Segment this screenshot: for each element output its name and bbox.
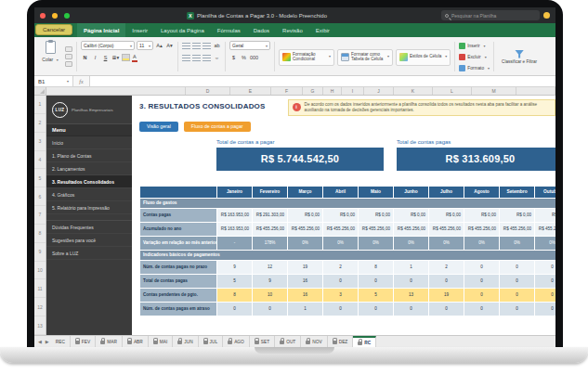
sidebar-item-4-graficos[interactable]: 4. Gráficos (46, 188, 132, 201)
top-align-button[interactable] (182, 55, 190, 61)
column-header-h[interactable]: H (323, 87, 342, 95)
ribbon-tab-layout-da-pagina[interactable]: Layout da Página (154, 23, 211, 37)
ribbon-tab-exibir[interactable]: Exibir (309, 23, 336, 37)
column-header-i[interactable]: I (342, 87, 364, 95)
sort-filter-button[interactable]: Classificar e Filtrar (498, 40, 541, 73)
table-cell[interactable]: 0 (535, 288, 556, 302)
row-header-10[interactable]: 10 (34, 262, 46, 280)
column-header-g[interactable]: G (303, 87, 323, 95)
sheet-tab-mai[interactable]: MAI (149, 336, 174, 347)
table-cell[interactable]: 19 (288, 260, 323, 274)
table-cell[interactable]: 0 (535, 260, 556, 274)
table-cell[interactable]: 9 (253, 274, 288, 288)
sheet-tab-rc[interactable]: RC (353, 336, 376, 347)
table-cell[interactable]: R$ 0,00 (535, 208, 556, 222)
format-painter-icon[interactable] (65, 61, 72, 67)
month-header-outubro[interactable]: Outubro (535, 186, 556, 198)
middle-align-button[interactable] (192, 55, 201, 61)
table-cell[interactable]: 8 (217, 288, 253, 302)
table-cell[interactable]: 0% (535, 236, 556, 250)
sheet-tab-fev[interactable]: FEV (71, 336, 96, 347)
conditional-formatting-button[interactable]: Formatação Condicional ▾ (279, 49, 334, 66)
delete-cells-button[interactable]: Excluir▾ (459, 52, 490, 62)
table-cell[interactable]: 0 (500, 302, 535, 316)
table-cell[interactable]: R$ 455.256,00 (500, 222, 535, 236)
formula-input[interactable] (90, 76, 555, 86)
table-cell[interactable]: 0 (394, 302, 429, 316)
row-header-1[interactable]: 1 (34, 96, 46, 114)
month-header-janeiro[interactable]: Janeiro (217, 186, 253, 198)
table-cell[interactable]: R$ 0,00 (394, 208, 429, 222)
table-cell[interactable]: R$ 455.256,00 (288, 222, 323, 236)
month-header-marco[interactable]: Março (288, 186, 323, 198)
month-header-setembro[interactable]: Setembro (500, 186, 535, 198)
row-header-3[interactable]: 3 (34, 133, 46, 151)
table-cell[interactable]: R$ 455.256,00 (464, 222, 500, 236)
sidebar-item-sugestoes-para-voce[interactable]: Sugestões para você (46, 234, 132, 247)
table-cell[interactable]: 0% (394, 236, 429, 250)
ribbon-tab-pagina-inicial[interactable]: Página Inicial (77, 23, 125, 37)
table-cell[interactable]: 0 (500, 260, 535, 274)
table-cell[interactable]: R$ 455.256,00 (535, 222, 556, 236)
payables-flow-button[interactable]: Fluxo de contas a pagar (184, 122, 251, 132)
search-box[interactable]: Pesquisar na Planilha (441, 10, 540, 20)
sheet-tab-out[interactable]: OUT (275, 336, 301, 347)
table-cell[interactable]: 10 (253, 288, 288, 302)
ribbon-tab-inserir[interactable]: Inserir (125, 23, 154, 37)
merge-center-button[interactable]: ⇔ (213, 53, 221, 62)
column-header-j[interactable]: J (364, 87, 394, 95)
table-cell[interactable]: 0 (464, 274, 500, 288)
row-header-5[interactable]: 5 (34, 169, 46, 187)
align-center-button[interactable] (192, 43, 201, 49)
wrap-text-button[interactable]: ab (213, 41, 221, 50)
sidebar-item-5-relatorio-para-impressao[interactable]: 5. Relatório para Impressão (46, 201, 132, 214)
sheet-nav-left[interactable]: ◀ (36, 336, 44, 347)
cut-icon[interactable] (65, 46, 72, 52)
table-cell[interactable]: 0% (429, 236, 464, 250)
table-cell[interactable]: 0% (323, 236, 359, 250)
sidebar-item-duvidas-frequentes[interactable]: Dúvidas Frequentes (46, 221, 132, 234)
table-cell[interactable]: 0 (359, 274, 394, 288)
table-cell[interactable]: 12 (253, 260, 288, 274)
align-right-button[interactable] (203, 43, 211, 49)
table-cell[interactable]: R$ 455.256,00 (394, 222, 429, 236)
table-cell[interactable]: 0 (217, 302, 253, 316)
table-cell[interactable]: 0% (464, 236, 500, 250)
column-header-d[interactable]: D (186, 87, 230, 95)
month-header-junho[interactable]: Junho (394, 186, 429, 198)
column-header-f[interactable]: F (271, 87, 303, 95)
table-cell[interactable]: 0 (253, 302, 288, 316)
sidebar-item-inicio[interactable]: Início (46, 136, 132, 149)
feedback-icon[interactable] (543, 12, 550, 19)
ribbon-tab-revisao[interactable]: Revisão (276, 23, 309, 37)
month-header-fevereiro[interactable]: Fevereiro (253, 186, 288, 198)
font-size-select[interactable]: 11▾ (137, 41, 153, 50)
table-cell[interactable]: R$ 455.256,00 (429, 222, 464, 236)
row-header-2[interactable]: 2 (34, 114, 46, 133)
sidebar-item-2-lancamentos[interactable]: 2. Lançamentos (46, 162, 132, 175)
row-header-9[interactable]: 9 (34, 243, 46, 262)
table-cell[interactable]: 16 (288, 274, 323, 288)
sheet-tab-mar[interactable]: MAR (96, 336, 123, 347)
percent-format-button[interactable]: % (240, 53, 248, 62)
table-cell[interactable]: 8 (359, 260, 394, 274)
table-cell[interactable]: R$ 0,00 (288, 208, 323, 222)
table-cell[interactable]: R$ 163.953,00 (217, 222, 253, 236)
insert-cells-button[interactable]: Inserir▾ (459, 41, 490, 51)
row-header-12[interactable]: 12 (34, 298, 46, 316)
column-header-m[interactable]: M (472, 87, 516, 95)
table-cell[interactable]: 0 (464, 302, 500, 316)
cell-styles-button[interactable]: Estilos de Célula ▾ (396, 49, 451, 66)
table-cell[interactable]: 2 (429, 260, 464, 274)
sheet-tab-jun[interactable]: JUN (173, 336, 198, 347)
sheet-tab-jul[interactable]: JUL (199, 336, 224, 347)
table-cell[interactable]: R$ 0,00 (464, 208, 500, 222)
sheet-tab-set[interactable]: SET (250, 336, 275, 347)
table-cell[interactable]: 0 (535, 302, 556, 316)
borders-button[interactable]: ⊞▾ (111, 53, 120, 62)
format-cells-button[interactable]: Formato▾ (459, 63, 490, 73)
currency-format-button[interactable]: $ (229, 53, 238, 62)
overview-button[interactable]: Visão geral (139, 122, 178, 132)
sheet-tab-nov[interactable]: NOV (301, 336, 327, 347)
table-cell[interactable]: 5 (217, 274, 253, 288)
